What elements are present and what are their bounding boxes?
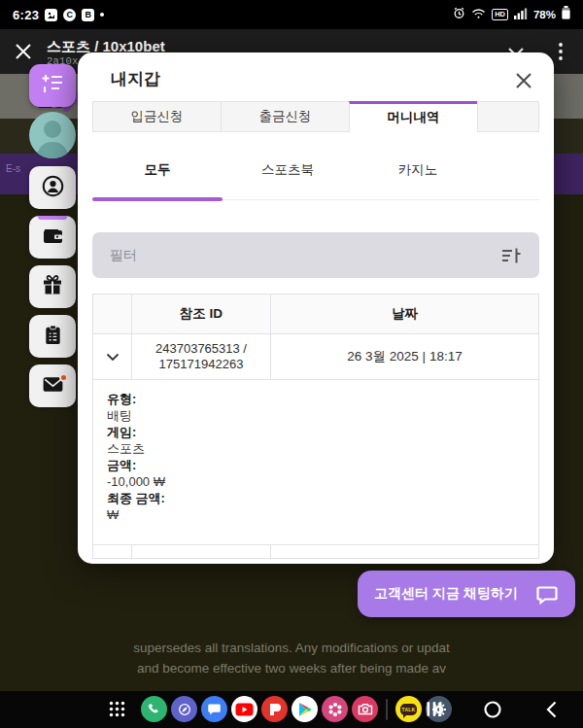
kakao-bubble-icon: TALK [400, 704, 417, 715]
filter-label: 필터 [110, 247, 137, 264]
tab-filler [477, 101, 539, 132]
detail-final-amount-value: ₩ [107, 506, 525, 523]
detail-type-label: 유형: [107, 391, 525, 407]
date-column-header: 날짜 [271, 295, 538, 333]
hd-voice-icon: HD [492, 9, 508, 20]
play-store-app-icon[interactable] [292, 696, 318, 722]
modal-title: 내지갑 [111, 68, 160, 90]
chat-button-label: 고객센터 지금 채팅하기 [374, 585, 518, 603]
gallery-notification-icon [45, 9, 57, 21]
red-app-icon[interactable] [261, 696, 288, 722]
clipboard-icon [42, 324, 64, 350]
history-subtabs: 모두 스포츠북 카지노 [92, 154, 539, 200]
app-c-notification-icon: C [63, 9, 76, 21]
tab-deposit[interactable]: 입금신청 [92, 101, 222, 132]
transactions-table: 참조 ID 날짜 243703765313 / 175171942263 26 … [92, 294, 539, 559]
avatar[interactable] [29, 112, 76, 158]
signal-strength-icon [514, 6, 528, 23]
wifi-icon [471, 6, 486, 23]
expand-column-header [93, 295, 132, 333]
detail-game-label: 게임: [107, 424, 525, 440]
camera-app-icon[interactable] [352, 696, 378, 722]
live-chat-button[interactable]: 고객센터 지금 채팅하기 [358, 571, 575, 617]
messages-app-icon[interactable] [201, 696, 227, 722]
gift-icon [41, 273, 64, 300]
sidebar-item-history[interactable] [29, 315, 76, 358]
tab-withdraw[interactable]: 출금신청 [221, 101, 350, 132]
sidebar-item-account[interactable] [29, 166, 76, 209]
alarm-icon [453, 6, 465, 23]
filter-sort-icon[interactable] [500, 246, 522, 265]
banner-text-fragment: E-s [6, 163, 20, 174]
row-details-panel: 유형: 배팅 게임: 스포츠 금액: -10,000 ₩ 최종 금액: ₩ [92, 380, 539, 545]
unread-badge [59, 373, 68, 382]
notification-dot-icon [100, 13, 104, 17]
tab-money-history[interactable]: 머니내역 [349, 101, 478, 132]
battery-percentage: 78% [533, 9, 556, 20]
subtab-sportsbook[interactable]: 스포츠북 [223, 154, 353, 199]
kakaotalk-app-icon[interactable]: TALK [395, 696, 422, 722]
screen: 6:23 C B HD [0, 0, 583, 728]
home-nav-button[interactable] [482, 696, 503, 722]
sidebar-item-bonuses[interactable] [29, 265, 76, 308]
chat-bubble-icon [535, 582, 559, 606]
clock: 6:23 [13, 8, 39, 22]
account-icon [41, 174, 65, 202]
sidebar-item-wallet[interactable] [29, 216, 76, 259]
android-taskbar: TALK [0, 691, 583, 728]
floating-sidebar [29, 64, 76, 407]
youtube-app-icon[interactable] [231, 696, 257, 722]
table-row[interactable]: 243703765313 / 175171942263 26 3월 2025 |… [92, 334, 539, 380]
back-nav-button[interactable] [540, 696, 562, 722]
close-browser-icon[interactable] [0, 43, 47, 60]
taskbar-divider [386, 699, 388, 720]
android-status-bar: 6:23 C B HD [0, 0, 583, 29]
recents-nav-button[interactable] [424, 696, 445, 722]
battery-icon [562, 6, 570, 23]
gallery-app-icon[interactable] [322, 696, 348, 722]
detail-amount-value: -10,000 ₩ [107, 473, 525, 490]
terms-text-line1: supersedes all translations. Any modific… [0, 641, 583, 655]
betslip-button[interactable] [29, 64, 76, 107]
detail-type-value: 배팅 [107, 407, 525, 424]
phone-app-icon[interactable] [141, 696, 167, 722]
row-expand-chevron-icon[interactable] [106, 348, 120, 365]
next-row-partial [92, 545, 539, 559]
modal-close-icon[interactable] [509, 66, 538, 95]
wallet-tabs: 입금신청 출금신청 머니내역 [92, 101, 539, 132]
wallet-icon [41, 224, 64, 251]
detail-final-amount-label: 최종 금액: [107, 490, 525, 506]
ref-id-column-header: 참조 ID [132, 295, 271, 333]
transaction-date: 26 3월 2025 | 18:17 [347, 348, 462, 365]
app-drawer-icon[interactable] [109, 701, 125, 717]
filter-bar[interactable]: 필터 [92, 232, 539, 278]
terms-text-line2: and become effective two weeks after bei… [0, 661, 583, 676]
betslip-icon [41, 72, 64, 99]
sidebar-item-messages[interactable] [29, 364, 76, 407]
subtab-all[interactable]: 모두 [92, 154, 223, 199]
subtab-casino[interactable]: 카지노 [353, 154, 483, 199]
reference-id-line2: 175171942263 [159, 357, 244, 372]
active-subtab-underline [92, 197, 223, 201]
wallet-modal: 내지갑 입금신청 출금신청 머니내역 모두 스포츠북 카지노 필터 [78, 52, 554, 564]
active-indicator [38, 216, 67, 220]
table-header-row: 참조 ID 날짜 [92, 294, 539, 334]
app-b-notification-icon: B [82, 9, 94, 21]
reference-id-line1: 243703765313 / [155, 341, 247, 357]
internet-app-icon[interactable] [171, 696, 197, 722]
detail-game-value: 스포츠 [107, 440, 525, 457]
detail-amount-label: 금액: [107, 457, 525, 473]
